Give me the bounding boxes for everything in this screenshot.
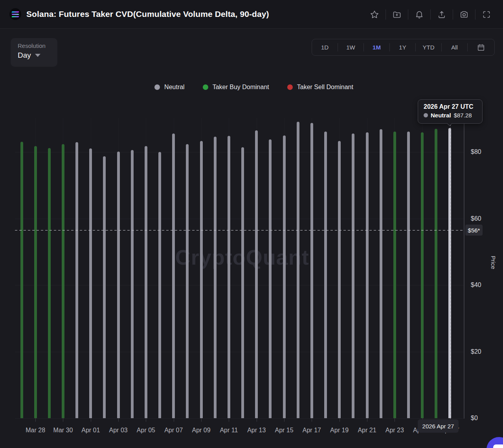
neutral-dot-icon bbox=[154, 84, 160, 90]
folder-plus-icon[interactable] bbox=[388, 6, 406, 23]
price-bar[interactable] bbox=[352, 133, 354, 418]
solana-logo-bar bbox=[11, 11, 19, 13]
chart-tooltip: 2026 Apr 27 UTC Neutral $87.28 bbox=[418, 99, 483, 124]
x-tick bbox=[201, 418, 202, 422]
gridline bbox=[15, 352, 464, 352]
y-tick-label: $20 bbox=[471, 348, 481, 355]
price-bar[interactable] bbox=[393, 132, 396, 418]
resolution-selector[interactable]: Resolution Day bbox=[11, 38, 57, 67]
price-bar[interactable] bbox=[75, 142, 78, 418]
camera-icon[interactable] bbox=[455, 6, 473, 23]
range-1y[interactable]: 1Y bbox=[390, 39, 415, 55]
header-actions bbox=[366, 0, 495, 29]
solana-logo-bar bbox=[11, 16, 19, 17]
x-tick bbox=[118, 418, 119, 422]
bell-icon[interactable] bbox=[411, 6, 428, 23]
tooltip-series: Neutral bbox=[431, 112, 451, 119]
price-bar[interactable] bbox=[407, 132, 410, 418]
price-chart[interactable]: CryptoQuant $80$60$40$20$0Mar 28Mar 30Ap… bbox=[0, 0, 503, 448]
price-bar[interactable] bbox=[366, 132, 369, 418]
taker-buy-dot-icon bbox=[203, 84, 208, 90]
x-tick bbox=[257, 418, 257, 422]
price-bar[interactable] bbox=[89, 148, 92, 418]
x-tick-label: Mar 28 bbox=[26, 427, 45, 434]
range-1w[interactable]: 1W bbox=[338, 39, 363, 55]
x-tick-label: Apr 05 bbox=[137, 427, 155, 434]
solana-logo-bar bbox=[11, 14, 19, 15]
price-bar[interactable] bbox=[255, 130, 258, 418]
resolution-label: Resolution bbox=[18, 42, 50, 49]
price-bar[interactable] bbox=[324, 132, 327, 418]
chevron-down-icon bbox=[35, 54, 40, 57]
calendar-icon[interactable] bbox=[468, 39, 494, 55]
y-axis-title: Price bbox=[490, 256, 497, 269]
x-tick bbox=[63, 418, 63, 422]
x-tick bbox=[367, 418, 367, 422]
x-tick-label: Apr 15 bbox=[275, 427, 293, 434]
price-bar[interactable] bbox=[297, 122, 299, 418]
price-bar[interactable] bbox=[158, 152, 161, 418]
range-ytd[interactable]: YTD bbox=[416, 39, 441, 55]
price-bar[interactable] bbox=[131, 150, 134, 418]
divider bbox=[386, 9, 386, 20]
x-tick-label: Apr 03 bbox=[109, 427, 128, 434]
x-tick-label: Apr 21 bbox=[358, 427, 376, 434]
range-1d[interactable]: 1D bbox=[312, 39, 338, 55]
legend-item-taker-buy[interactable]: Taker Buy Dominant bbox=[203, 84, 269, 91]
x-tick bbox=[284, 418, 285, 422]
y-tick-label: $0 bbox=[471, 415, 478, 422]
star-icon[interactable] bbox=[366, 6, 383, 23]
price-bar[interactable] bbox=[48, 148, 51, 418]
price-bar[interactable] bbox=[310, 123, 313, 418]
range-all[interactable]: All bbox=[442, 39, 467, 55]
range-1m[interactable]: 1M bbox=[364, 39, 389, 55]
gridline bbox=[15, 152, 464, 152]
price-bar[interactable] bbox=[103, 156, 106, 418]
price-bar[interactable] bbox=[338, 141, 341, 418]
chart-legend: Neutral Taker Buy Dominant Taker Sell Do… bbox=[0, 84, 503, 91]
price-bar[interactable] bbox=[145, 146, 147, 418]
resolution-value: Day bbox=[18, 51, 31, 60]
price-bar[interactable] bbox=[435, 129, 437, 418]
x-tick-label: Apr 07 bbox=[164, 427, 183, 434]
x-tick-label: Apr 13 bbox=[247, 427, 266, 434]
gridline bbox=[15, 219, 464, 219]
x-tick bbox=[229, 418, 229, 422]
y-tick-label: $80 bbox=[471, 148, 481, 155]
solana-logo bbox=[9, 8, 21, 20]
price-bar[interactable] bbox=[200, 141, 203, 418]
price-bar[interactable] bbox=[62, 144, 64, 418]
price-bar[interactable] bbox=[34, 146, 37, 418]
price-bar[interactable] bbox=[172, 133, 175, 418]
price-bar[interactable] bbox=[269, 139, 272, 418]
current-price-line bbox=[15, 230, 464, 231]
current-price-label: $56* bbox=[465, 225, 483, 236]
price-bar[interactable] bbox=[283, 135, 286, 418]
y-tick-label: $40 bbox=[471, 282, 481, 289]
legend-item-neutral[interactable]: Neutral bbox=[154, 84, 185, 91]
price-bar[interactable] bbox=[117, 152, 120, 418]
price-bar[interactable] bbox=[186, 144, 189, 418]
x-tick bbox=[146, 418, 146, 422]
gridline bbox=[15, 285, 464, 285]
fullscreen-icon[interactable] bbox=[478, 6, 495, 23]
taker-sell-dot-icon bbox=[287, 84, 293, 90]
x-tick-label: Apr 09 bbox=[192, 427, 211, 434]
tooltip-date: 2026 Apr 27 UTC bbox=[424, 103, 477, 110]
y-tick-label: $60 bbox=[471, 215, 481, 222]
x-tick bbox=[340, 418, 340, 422]
price-bar[interactable] bbox=[421, 132, 424, 418]
x-tick-label: Apr 23 bbox=[386, 427, 404, 434]
x-tick bbox=[35, 418, 36, 422]
x-tick-label: Apr 01 bbox=[81, 427, 100, 434]
price-bar[interactable] bbox=[228, 136, 230, 418]
price-bar[interactable] bbox=[380, 129, 382, 418]
legend-item-taker-sell[interactable]: Taker Sell Dominant bbox=[287, 84, 353, 91]
price-bar[interactable] bbox=[20, 142, 23, 418]
price-bar[interactable] bbox=[214, 137, 217, 418]
upload-icon[interactable] bbox=[433, 6, 450, 23]
divider bbox=[408, 9, 408, 20]
page-title: Solana: Futures Taker CVD(Cumulative Vol… bbox=[26, 9, 269, 19]
x-tick bbox=[312, 418, 312, 422]
price-bar[interactable] bbox=[241, 147, 244, 418]
